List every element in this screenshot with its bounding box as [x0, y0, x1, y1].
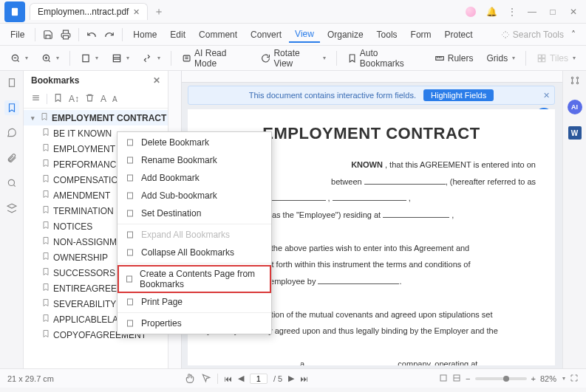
new-tab-button[interactable]: ＋: [154, 5, 164, 18]
rail-layers-icon[interactable]: [4, 201, 19, 216]
collapse-ribbon-icon[interactable]: ˄: [565, 27, 582, 43]
svg-rect-23: [542, 58, 545, 61]
rail-thumbnails-icon[interactable]: [4, 75, 19, 90]
tab-close-icon[interactable]: ✕: [133, 7, 140, 17]
bm-text-increase-icon[interactable]: A: [100, 94, 106, 104]
auto-bookmarks-button[interactable]: Auto Bookmarks: [343, 46, 426, 71]
bm-text-decrease-icon[interactable]: A: [112, 95, 117, 103]
ctx-add-sub-bookmark[interactable]: Add Sub-bookmark: [117, 187, 271, 204]
ctx-add-bookmark[interactable]: Add Bookmark: [117, 169, 271, 187]
context-item-label: Set Destination: [141, 208, 201, 219]
notification-icon[interactable]: 🔔: [486, 7, 497, 17]
page-layout-button[interactable]: ▾: [107, 51, 134, 66]
rail-search-icon[interactable]: [4, 176, 19, 190]
form-fields-banner: This document contains interactive form …: [188, 86, 555, 105]
highlight-fields-button[interactable]: Highlight Fields: [423, 89, 494, 101]
select-tool-icon[interactable]: [201, 373, 211, 385]
zoom-in-icon[interactable]: +: [531, 374, 536, 383]
hand-tool-icon[interactable]: [185, 373, 195, 385]
ctx-properties[interactable]: Properties: [117, 314, 271, 332]
grids-button[interactable]: Grids▾: [482, 51, 519, 66]
ctx-delete-bookmark[interactable]: Delete Bookmark: [117, 134, 271, 151]
zoom-out-icon[interactable]: −: [466, 374, 470, 383]
menu-protect[interactable]: Protect: [439, 27, 479, 42]
zoom-value: 82%: [540, 374, 556, 383]
window-maximize[interactable]: □: [548, 7, 558, 17]
menu-organize[interactable]: Organize: [321, 27, 369, 42]
rightrail-word-icon[interactable]: W: [568, 126, 582, 140]
document-tab[interactable]: Employmen...ntract.pdf ✕: [30, 3, 148, 20]
context-item-label: Properties: [141, 318, 182, 329]
rulers-button[interactable]: Rulers: [430, 51, 478, 66]
context-item-icon: [125, 247, 135, 258]
prev-page-icon[interactable]: ◀: [238, 374, 244, 383]
zoom-slider[interactable]: [475, 377, 527, 380]
ruler-horizontal: [182, 71, 562, 83]
bookmarks-close-icon[interactable]: ✕: [153, 75, 160, 86]
orientation-button[interactable]: ▾: [138, 51, 165, 66]
menu-comment[interactable]: Comment: [193, 27, 243, 42]
svg-rect-39: [128, 175, 133, 181]
window-close[interactable]: ✕: [568, 7, 579, 17]
bm-add-icon[interactable]: [53, 93, 63, 105]
rightrail-ai-icon[interactable]: AI: [568, 100, 582, 114]
menu-file[interactable]: File: [4, 27, 30, 42]
svg-point-34: [576, 82, 578, 83]
save-icon[interactable]: [40, 27, 56, 43]
ctx-create-a-contents-page-from-bookmarks[interactable]: Create a Contents Page from Bookmarks: [117, 265, 271, 293]
search-tools[interactable]: Search Tools: [501, 30, 564, 40]
rail-attachments-icon[interactable]: [4, 151, 19, 165]
menu-tools[interactable]: Tools: [371, 27, 403, 42]
svg-point-31: [571, 77, 573, 78]
page-input[interactable]: [250, 374, 268, 384]
menu-form[interactable]: Form: [405, 27, 437, 42]
user-avatar[interactable]: [466, 7, 476, 17]
next-page-icon[interactable]: ▶: [288, 374, 294, 383]
rulers-label: Rulers: [448, 53, 474, 63]
ctx-rename-bookmark[interactable]: Rename Bookmark: [117, 151, 271, 169]
bm-text-large-icon[interactable]: A↕: [69, 94, 79, 104]
tiles-button[interactable]: Tiles▾: [532, 51, 580, 66]
svg-point-33: [571, 82, 573, 83]
zoom-out-button[interactable]: ▾: [6, 51, 33, 66]
fit-width-icon[interactable]: [452, 374, 461, 384]
bm-delete-icon[interactable]: [85, 93, 95, 105]
bookmark-root[interactable]: ▾EMPLOYMENT CONTRACT: [24, 110, 168, 125]
window-minimize[interactable]: —: [527, 7, 537, 17]
page-display-button[interactable]: ▾: [76, 51, 103, 66]
redo-icon[interactable]: [101, 27, 117, 43]
ctx-set-destination[interactable]: Set Destination: [117, 204, 271, 222]
svg-rect-1: [64, 35, 69, 39]
context-item-label: Rename Bookmark: [141, 155, 217, 165]
rail-comments-icon[interactable]: [4, 125, 19, 140]
fullscreen-icon[interactable]: [570, 374, 579, 384]
menu-view[interactable]: View: [289, 27, 320, 43]
first-page-icon[interactable]: ⏮: [224, 374, 232, 383]
ai-read-mode-button[interactable]: AI Read Mode: [177, 46, 252, 71]
print-icon[interactable]: [58, 27, 74, 43]
rightrail-settings-icon[interactable]: [570, 75, 580, 88]
banner-close-icon[interactable]: ✕: [543, 91, 550, 100]
ctx-collapse-all-bookmarks[interactable]: Collapse All Bookmarks: [117, 244, 271, 261]
context-item-icon: [125, 230, 135, 240]
context-item-label: Add Sub-bookmark: [141, 190, 217, 201]
zoom-in-button[interactable]: ▾: [37, 51, 64, 66]
menu-edit[interactable]: Edit: [164, 27, 191, 42]
ruler-icon: [435, 53, 445, 63]
undo-icon[interactable]: [84, 27, 100, 43]
rotate-view-button[interactable]: Rotate View▾: [256, 46, 330, 71]
kebab-menu-icon[interactable]: ⋮: [508, 7, 517, 17]
menu-convert[interactable]: Convert: [245, 27, 287, 42]
menu-home[interactable]: Home: [127, 27, 163, 42]
svg-rect-41: [128, 210, 133, 216]
svg-rect-47: [440, 375, 446, 381]
fit-page-icon[interactable]: [439, 374, 448, 384]
ctx-print-page[interactable]: Print Page: [117, 293, 271, 311]
rail-bookmarks-icon[interactable]: [4, 100, 19, 115]
bookmark-icon: [347, 53, 357, 63]
bookmark-context-menu: Delete BookmarkRename BookmarkAdd Bookma…: [117, 131, 272, 334]
zoom-dropdown-icon[interactable]: ▾: [562, 375, 565, 382]
svg-rect-0: [12, 7, 18, 16]
last-page-icon[interactable]: ⏭: [300, 374, 308, 383]
bm-menu-icon[interactable]: [31, 93, 41, 105]
